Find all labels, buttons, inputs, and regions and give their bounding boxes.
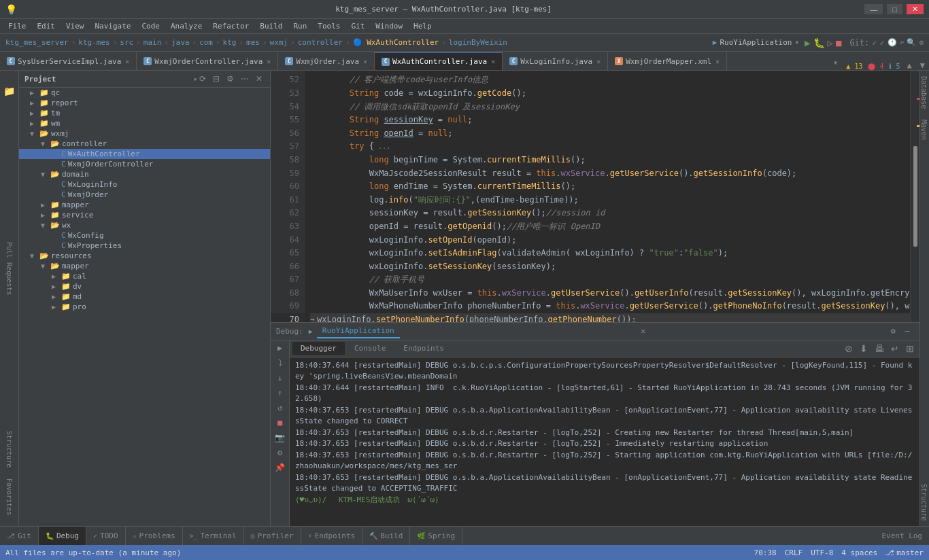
tree-item-wxproperties[interactable]: C WxProperties [19, 241, 270, 251]
tree-item-pro[interactable]: ▶ 📁 pro [19, 302, 270, 312]
tree-item-res-mapper[interactable]: ▼ 📂 mapper [19, 261, 270, 271]
tab-close-wxmjorder[interactable]: ✕ [363, 58, 367, 65]
tree-item-service[interactable]: ▶ 📁 service [19, 210, 270, 220]
path-mes[interactable]: mes [246, 38, 260, 47]
path-method[interactable]: loginByWeixin [449, 38, 507, 47]
sync-button[interactable]: ⟳ [197, 73, 208, 84]
gutter-up[interactable]: ▲ [903, 60, 916, 70]
tab-wxauth[interactable]: C WxAuthController.java ✕ [375, 52, 503, 70]
tree-item-wxlogininfo[interactable]: C WxLoginInfo [19, 179, 270, 190]
path-file[interactable]: 🔵 WxAuthController [353, 38, 439, 47]
stop-debug-button[interactable]: ■ [271, 415, 289, 430]
debug-collapse-button[interactable]: — [901, 326, 914, 336]
event-log[interactable]: Event Log [875, 530, 929, 542]
tab-wxmjorder[interactable]: C WxmjOrder.java ✕ [278, 52, 375, 70]
database-panel-tab[interactable]: Database [920, 71, 929, 114]
status-encoding[interactable]: UTF-8 [811, 548, 833, 557]
tree-item-cal[interactable]: ▶ 📁 cal [19, 271, 270, 281]
settings-button[interactable]: ⚙ [919, 38, 924, 47]
code-area[interactable]: // 客户端携带code与userInfo信息 String code = wx… [305, 71, 910, 322]
path-ktg[interactable]: ktg [223, 38, 237, 47]
tree-item-report[interactable]: ▶ 📁 report [19, 98, 270, 108]
tree-item-domain[interactable]: ▼ 📂 domain [19, 169, 270, 179]
status-line-col[interactable]: 70:38 [754, 548, 777, 557]
path-main[interactable]: main [143, 38, 162, 47]
layout-button[interactable]: ⊞ [903, 342, 917, 355]
debug-tab[interactable]: 🐛 Debug [39, 527, 86, 545]
tab-close-wxauth[interactable]: ✕ [491, 58, 495, 65]
spring-tab[interactable]: 🌿 Spring [410, 527, 462, 545]
todo-tab[interactable]: ✓ TODO [86, 527, 126, 545]
maximize-button[interactable]: □ [887, 4, 902, 14]
tab-dropdown[interactable]: ▾ [828, 55, 843, 70]
menu-item-run[interactable]: Run [288, 20, 312, 32]
tree-item-wxmj[interactable]: ▼ 📂 wxmj [19, 128, 270, 139]
soft-wrap-button[interactable]: ↵ [888, 342, 902, 355]
tab-wxlogininfo[interactable]: C WxLoginInfo.java ✕ [503, 52, 608, 70]
coverage-button[interactable]: ▷ [828, 37, 833, 48]
resume-button[interactable]: ▶ [271, 340, 289, 355]
stop-button[interactable]: ■ [836, 37, 841, 48]
profiler-tab[interactable]: ◎ Profiler [244, 527, 301, 545]
tree-item-qc[interactable]: ▶ 📁 qc [19, 88, 270, 98]
menu-item-view[interactable]: View [61, 20, 90, 32]
terminal-tab[interactable]: >_ Terminal [183, 527, 244, 545]
tree-item-resources[interactable]: ▼ 📂 resources [19, 251, 270, 261]
endpoints-tab[interactable]: Endpoints [395, 342, 452, 355]
menu-item-help[interactable]: Help [408, 20, 437, 32]
git-tab[interactable]: ⎇ Git [0, 527, 39, 545]
maven-panel-tab[interactable]: Maven [920, 114, 929, 145]
settings-debug-button[interactable]: ⚙ [271, 445, 289, 460]
close-button[interactable]: ✕ [907, 4, 924, 14]
warning-badge[interactable]: ▲ 13 [843, 63, 865, 70]
filter-button[interactable]: ⚙ [224, 73, 236, 84]
tree-item-md[interactable]: ▶ 📁 md [19, 292, 270, 302]
screenshot-button[interactable]: 📷 [271, 430, 289, 445]
tab-close-wxlogininfo[interactable]: ✕ [596, 58, 601, 65]
clear-console-button[interactable]: ⊘ [842, 342, 856, 355]
problems-tab[interactable]: ⚠ Problems [126, 527, 183, 545]
path-java[interactable]: java [171, 38, 190, 47]
tree-item-wxmjordercontroller[interactable]: C WxmjOrderController [19, 159, 270, 169]
tree-item-wm[interactable]: ▶ 📁 wm [19, 118, 270, 128]
tree-item-wxmjorder[interactable]: C WxmjOrder [19, 190, 270, 200]
favorites-icon[interactable]: Favorites [4, 473, 14, 521]
tab-close-wxmjorderctrl[interactable]: ✕ [267, 58, 271, 65]
step-over-button[interactable]: ⤵ [271, 355, 289, 370]
structure-panel-tab[interactable]: Structure [920, 478, 929, 526]
path-src[interactable]: src [120, 38, 133, 47]
tree-item-wxauthcontroller[interactable]: C WxAuthController [19, 149, 270, 159]
step-out-button[interactable]: ↑ [271, 385, 289, 400]
menu-item-file[interactable]: File [3, 20, 32, 32]
status-line-ending[interactable]: CRLF [785, 548, 803, 557]
step-into-button[interactable]: ↓ [271, 370, 289, 385]
search-button[interactable]: 🔍 [907, 38, 916, 47]
fold-57[interactable]: ... [374, 142, 390, 152]
path-module[interactable]: ktg-mes [78, 38, 109, 47]
tab-close-wxmjordermapper[interactable]: ✕ [715, 58, 720, 65]
path-com[interactable]: com [199, 38, 213, 47]
project-panel-icon[interactable]: 📁 [0, 82, 19, 101]
menu-item-navigate[interactable]: Navigate [90, 20, 137, 32]
print-button[interactable]: 🖶 [872, 342, 887, 355]
status-git-branch[interactable]: ⎇ master [885, 548, 924, 557]
status-indent[interactable]: 4 spaces [841, 548, 877, 557]
debug-button[interactable]: 🐛 [813, 37, 825, 48]
debug-tab-ruoyiapp[interactable]: RuoYiApplication [317, 324, 400, 338]
menu-item-window[interactable]: Window [370, 20, 408, 32]
menu-item-refactor[interactable]: Refactor [207, 20, 254, 32]
menu-item-analyze[interactable]: Analyze [165, 20, 207, 32]
console-tab[interactable]: Debugger [292, 342, 345, 355]
scroll-thumb[interactable] [913, 146, 917, 247]
menu-item-git[interactable]: Git [345, 20, 370, 32]
pin-button[interactable]: 📌 [271, 460, 289, 475]
settings-tree-button[interactable]: ⋯ [239, 73, 251, 84]
tree-item-tm[interactable]: ▶ 📁 tm [19, 108, 270, 118]
console-output-tab[interactable]: Console [346, 342, 394, 355]
tree-item-dv[interactable]: ▶ 📁 dv [19, 281, 270, 292]
close-tree-button[interactable]: ✕ [254, 73, 265, 84]
run-config-dropdown[interactable]: ▾ [794, 38, 799, 47]
menu-item-build[interactable]: Build [254, 20, 288, 32]
run-config-name[interactable]: RuoYiApplication [720, 38, 792, 47]
collapse-all-button[interactable]: ⊟ [211, 73, 222, 84]
